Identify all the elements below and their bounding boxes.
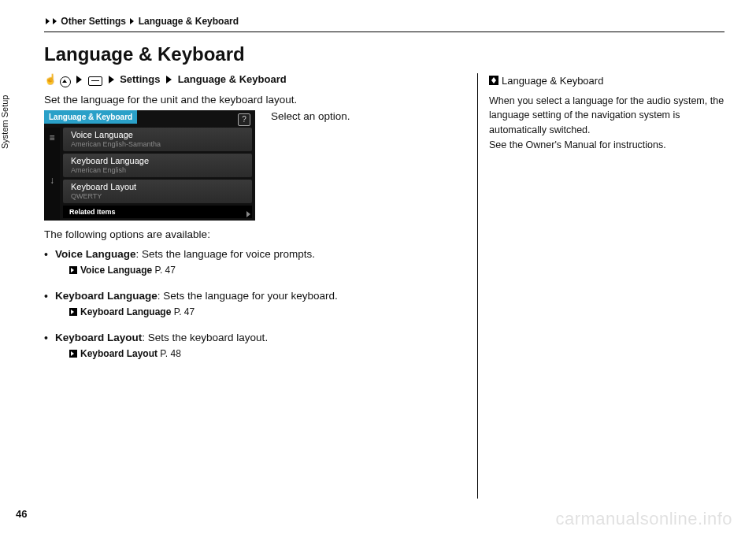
menu-icon <box>88 76 102 86</box>
note-title-row: Language & Keyboard <box>489 73 724 89</box>
ss-item-keyboard-layout[interactable]: Keyboard Layout QWERTY <box>63 180 252 203</box>
cross-ref: Keyboard Layout P. 48 <box>55 347 454 361</box>
option-desc: : Sets the keyboard layout. <box>142 332 268 343</box>
link-icon <box>69 266 77 274</box>
note-icon <box>489 76 498 85</box>
ss-item-sub: QWERTY <box>71 192 244 200</box>
figure-caption: Select an option. <box>271 110 350 221</box>
breadcrumb: Other Settings Language & Keyboard <box>44 16 724 27</box>
breadcrumb-level1: Other Settings <box>61 16 126 27</box>
cross-ref: Keyboard Language P. 47 <box>55 306 454 319</box>
chevron-right-icon <box>109 76 114 83</box>
page-title: Language & Keyboard <box>44 43 724 65</box>
ref-label: Voice Language <box>80 265 152 276</box>
breadcrumb-level2: Language & Keyboard <box>139 16 239 27</box>
link-icon <box>69 308 77 316</box>
ss-item-sub: American English <box>71 166 244 174</box>
chevron-right-icon <box>76 76 82 83</box>
option-keyboard-layout: Keyboard Layout: Sets the keyboard layou… <box>44 330 454 361</box>
hamburger-icon[interactable]: ≡ <box>44 132 60 143</box>
options-intro: The following options are available: <box>44 228 454 240</box>
page-number: 46 <box>16 508 27 520</box>
chevron-right-icon <box>46 18 50 24</box>
link-icon <box>69 350 77 358</box>
ss-item-title: Keyboard Language <box>71 156 244 166</box>
chevron-right-icon <box>53 18 57 24</box>
press-icon: ☝ <box>44 73 57 85</box>
ss-sidebar: ≡ ↓ <box>44 128 60 221</box>
nav-settings-label: Settings <box>120 73 160 85</box>
ref-label: Keyboard Language <box>80 306 171 317</box>
nav-path: ☝ Settings Language & Keyboard <box>44 73 454 86</box>
ref-label: Keyboard Layout <box>80 348 158 359</box>
main-column: ☝ Settings Language & Keyboard Set the l… <box>44 73 454 499</box>
lead-text: Set the language for the unit and the ke… <box>44 94 454 106</box>
note-title: Language & Keyboard <box>502 75 603 87</box>
option-name: Voice Language <box>55 248 136 260</box>
ss-item-title: Voice Language <box>71 130 244 140</box>
ss-item-keyboard-language[interactable]: Keyboard Language American English <box>63 154 252 177</box>
ss-item-title: Keyboard Layout <box>71 182 244 192</box>
option-voice-language: Voice Language: Sets the language for vo… <box>44 247 454 277</box>
ss-item-voice-language[interactable]: Voice Language American English-Samantha <box>63 128 252 151</box>
down-arrow-icon[interactable]: ↓ <box>44 175 60 186</box>
option-name: Keyboard Layout <box>55 332 142 343</box>
ss-item-sub: American English-Samantha <box>71 140 244 148</box>
chevron-right-icon <box>130 18 134 24</box>
divider <box>44 32 724 32</box>
chevron-right-icon <box>166 76 172 83</box>
options-list: Voice Language: Sets the language for vo… <box>44 247 454 361</box>
ss-item-units[interactable]: Units <box>63 218 252 221</box>
note-body-1: When you select a language for the audio… <box>489 94 724 138</box>
embedded-screenshot: Language & Keyboard ? ≡ ↓ Voice Language… <box>44 110 255 221</box>
option-desc: : Sets the language for voice prompts. <box>136 248 315 260</box>
ss-related-header: Related Items <box>63 206 252 218</box>
ref-page: P. 47 <box>174 306 195 317</box>
cross-ref: Voice Language P. 47 <box>55 264 454 277</box>
note-column: Language & Keyboard When you select a la… <box>477 73 724 499</box>
chevron-right-icon[interactable] <box>246 211 250 217</box>
ref-page: P. 47 <box>154 265 175 276</box>
note-body-2: See the Owner's Manual for instructions. <box>489 138 724 153</box>
option-name: Keyboard Language <box>55 290 158 302</box>
watermark: carmanualsonline.info <box>555 509 732 529</box>
option-keyboard-language: Keyboard Language: Sets the language for… <box>44 288 454 319</box>
ref-page: P. 48 <box>160 348 180 359</box>
section-tab: System Setup <box>0 83 16 161</box>
nav-target-label: Language & Keyboard <box>178 73 287 85</box>
help-icon[interactable]: ? <box>238 113 250 126</box>
home-icon <box>60 76 71 87</box>
option-desc: : Sets the language for your keyboard. <box>158 290 338 302</box>
ss-header: Language & Keyboard <box>44 110 137 124</box>
